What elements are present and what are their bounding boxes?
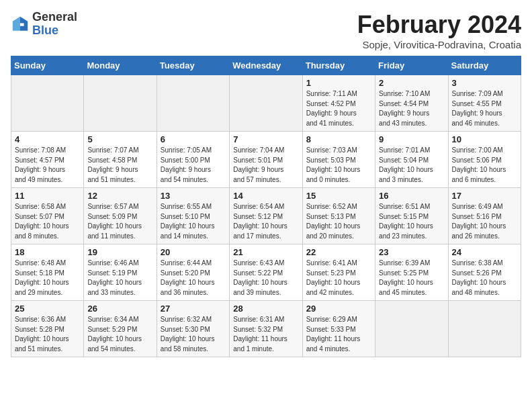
- day-number: 21: [233, 247, 298, 257]
- calendar-cell: 6Sunrise: 7:05 AM Sunset: 5:00 PM Daylig…: [157, 132, 229, 188]
- calendar-cell: 21Sunrise: 6:43 AM Sunset: 5:22 PM Dayli…: [230, 244, 302, 301]
- calendar-cell: 7Sunrise: 7:04 AM Sunset: 5:01 PM Daylig…: [230, 132, 302, 188]
- day-detail: Sunrise: 6:34 AM Sunset: 5:29 PM Dayligh…: [87, 315, 152, 354]
- calendar-cell: 9Sunrise: 7:01 AM Sunset: 5:04 PM Daylig…: [375, 132, 448, 188]
- logo-icon: [11, 15, 30, 34]
- day-number: 26: [87, 304, 152, 314]
- calendar-cell: 23Sunrise: 6:39 AM Sunset: 5:25 PM Dayli…: [375, 244, 448, 301]
- day-detail: Sunrise: 7:11 AM Sunset: 4:52 PM Dayligh…: [306, 89, 371, 128]
- calendar-cell: 14Sunrise: 6:54 AM Sunset: 5:12 PM Dayli…: [230, 188, 302, 244]
- calendar-cell: 29Sunrise: 6:29 AM Sunset: 5:33 PM Dayli…: [302, 301, 375, 357]
- day-number: 2: [379, 78, 444, 88]
- calendar-cell: 15Sunrise: 6:52 AM Sunset: 5:13 PM Dayli…: [302, 188, 375, 244]
- calendar-cell: 28Sunrise: 6:31 AM Sunset: 5:32 PM Dayli…: [230, 301, 302, 357]
- day-number: 15: [306, 191, 371, 201]
- day-number: 25: [15, 304, 80, 314]
- day-detail: Sunrise: 6:55 AM Sunset: 5:10 PM Dayligh…: [161, 202, 226, 241]
- day-number: 10: [452, 134, 517, 144]
- day-number: 1: [306, 78, 371, 88]
- day-detail: Sunrise: 6:48 AM Sunset: 5:18 PM Dayligh…: [15, 259, 80, 298]
- day-number: 7: [233, 134, 298, 144]
- day-number: 19: [87, 247, 152, 257]
- week-row-2: 4Sunrise: 7:08 AM Sunset: 4:57 PM Daylig…: [11, 132, 521, 188]
- day-detail: Sunrise: 6:46 AM Sunset: 5:19 PM Dayligh…: [87, 259, 152, 298]
- column-header-sunday: Sunday: [11, 56, 84, 75]
- day-number: 28: [233, 304, 298, 314]
- day-number: 5: [87, 134, 152, 144]
- calendar-cell: [448, 301, 521, 357]
- calendar-cell: [375, 301, 448, 357]
- day-detail: Sunrise: 6:51 AM Sunset: 5:15 PM Dayligh…: [379, 202, 444, 241]
- column-header-tuesday: Tuesday: [157, 56, 229, 75]
- day-detail: Sunrise: 6:31 AM Sunset: 5:32 PM Dayligh…: [233, 315, 298, 354]
- day-number: 27: [161, 304, 226, 314]
- calendar-cell: 3Sunrise: 7:09 AM Sunset: 4:55 PM Daylig…: [448, 75, 521, 132]
- calendar-cell: 25Sunrise: 6:36 AM Sunset: 5:28 PM Dayli…: [11, 301, 84, 357]
- calendar-cell: 13Sunrise: 6:55 AM Sunset: 5:10 PM Dayli…: [157, 188, 229, 244]
- day-number: 20: [161, 247, 226, 257]
- calendar-table: SundayMondayTuesdayWednesdayThursdayFrid…: [11, 56, 521, 357]
- day-detail: Sunrise: 7:03 AM Sunset: 5:03 PM Dayligh…: [306, 146, 371, 185]
- day-detail: Sunrise: 6:39 AM Sunset: 5:25 PM Dayligh…: [379, 259, 444, 298]
- day-number: 8: [306, 134, 371, 144]
- day-number: 16: [379, 191, 444, 201]
- day-number: 17: [452, 191, 517, 201]
- calendar-cell: [230, 75, 302, 132]
- day-number: 3: [452, 78, 517, 88]
- day-detail: Sunrise: 6:44 AM Sunset: 5:20 PM Dayligh…: [161, 259, 226, 298]
- day-detail: Sunrise: 6:36 AM Sunset: 5:28 PM Dayligh…: [15, 315, 80, 354]
- day-number: 4: [15, 134, 80, 144]
- day-detail: Sunrise: 7:00 AM Sunset: 5:06 PM Dayligh…: [452, 146, 517, 185]
- day-detail: Sunrise: 6:52 AM Sunset: 5:13 PM Dayligh…: [306, 202, 371, 241]
- calendar-cell: 18Sunrise: 6:48 AM Sunset: 5:18 PM Dayli…: [11, 244, 84, 301]
- day-number: 14: [233, 191, 298, 201]
- day-detail: Sunrise: 7:05 AM Sunset: 5:00 PM Dayligh…: [161, 146, 226, 185]
- day-detail: Sunrise: 7:01 AM Sunset: 5:04 PM Dayligh…: [379, 146, 444, 185]
- column-header-friday: Friday: [375, 56, 448, 75]
- calendar-cell: [157, 75, 229, 132]
- calendar-cell: 10Sunrise: 7:00 AM Sunset: 5:06 PM Dayli…: [448, 132, 521, 188]
- day-number: 13: [161, 191, 226, 201]
- day-detail: Sunrise: 7:10 AM Sunset: 4:54 PM Dayligh…: [379, 89, 444, 128]
- column-header-wednesday: Wednesday: [230, 56, 302, 75]
- svg-marker-1: [13, 17, 20, 31]
- day-number: 6: [161, 134, 226, 144]
- logo: General Blue: [11, 11, 77, 38]
- page-header: General Blue February 2024 Sopje, Virovi…: [11, 11, 521, 50]
- calendar-cell: 8Sunrise: 7:03 AM Sunset: 5:03 PM Daylig…: [302, 132, 375, 188]
- calendar-cell: 27Sunrise: 6:32 AM Sunset: 5:30 PM Dayli…: [157, 301, 229, 357]
- day-number: 11: [15, 191, 80, 201]
- day-number: 24: [452, 247, 517, 257]
- week-row-5: 25Sunrise: 6:36 AM Sunset: 5:28 PM Dayli…: [11, 301, 521, 357]
- calendar-cell: [84, 75, 157, 132]
- day-detail: Sunrise: 6:32 AM Sunset: 5:30 PM Dayligh…: [161, 315, 226, 354]
- calendar-cell: 20Sunrise: 6:44 AM Sunset: 5:20 PM Dayli…: [157, 244, 229, 301]
- calendar-cell: 26Sunrise: 6:34 AM Sunset: 5:29 PM Dayli…: [84, 301, 157, 357]
- calendar-subtitle: Sopje, Virovitica-Podravina, Croatia: [357, 39, 521, 50]
- day-detail: Sunrise: 7:07 AM Sunset: 4:58 PM Dayligh…: [87, 146, 152, 185]
- day-number: 12: [87, 191, 152, 201]
- day-detail: Sunrise: 6:54 AM Sunset: 5:12 PM Dayligh…: [233, 202, 298, 241]
- header-row: SundayMondayTuesdayWednesdayThursdayFrid…: [11, 56, 521, 75]
- day-detail: Sunrise: 6:29 AM Sunset: 5:33 PM Dayligh…: [306, 315, 371, 354]
- calendar-cell: 5Sunrise: 7:07 AM Sunset: 4:58 PM Daylig…: [84, 132, 157, 188]
- day-number: 9: [379, 134, 444, 144]
- day-detail: Sunrise: 7:04 AM Sunset: 5:01 PM Dayligh…: [233, 146, 298, 185]
- day-number: 29: [306, 304, 371, 314]
- calendar-cell: 2Sunrise: 7:10 AM Sunset: 4:54 PM Daylig…: [375, 75, 448, 132]
- column-header-monday: Monday: [84, 56, 157, 75]
- calendar-cell: 1Sunrise: 7:11 AM Sunset: 4:52 PM Daylig…: [302, 75, 375, 132]
- day-detail: Sunrise: 6:43 AM Sunset: 5:22 PM Dayligh…: [233, 259, 298, 298]
- calendar-cell: 16Sunrise: 6:51 AM Sunset: 5:15 PM Dayli…: [375, 188, 448, 244]
- svg-marker-0: [20, 17, 28, 31]
- title-block: February 2024 Sopje, Virovitica-Podravin…: [357, 11, 521, 50]
- column-header-thursday: Thursday: [302, 56, 375, 75]
- calendar-cell: 22Sunrise: 6:41 AM Sunset: 5:23 PM Dayli…: [302, 244, 375, 301]
- calendar-cell: 12Sunrise: 6:57 AM Sunset: 5:09 PM Dayli…: [84, 188, 157, 244]
- week-row-3: 11Sunrise: 6:58 AM Sunset: 5:07 PM Dayli…: [11, 188, 521, 244]
- day-detail: Sunrise: 6:49 AM Sunset: 5:16 PM Dayligh…: [452, 202, 517, 241]
- day-number: 22: [306, 247, 371, 257]
- day-detail: Sunrise: 6:57 AM Sunset: 5:09 PM Dayligh…: [87, 202, 152, 241]
- day-detail: Sunrise: 7:08 AM Sunset: 4:57 PM Dayligh…: [15, 146, 80, 185]
- calendar-cell: 24Sunrise: 6:38 AM Sunset: 5:26 PM Dayli…: [448, 244, 521, 301]
